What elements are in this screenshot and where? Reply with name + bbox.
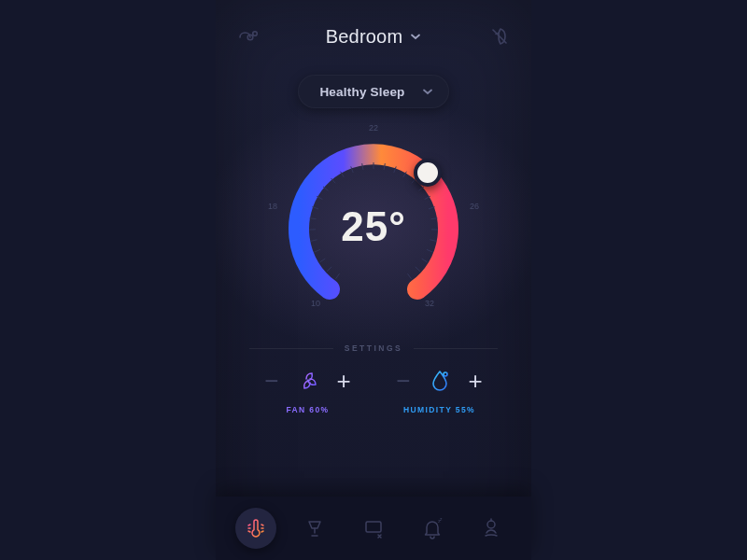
nav-alarm[interactable]: z z	[412, 508, 453, 549]
svg-point-32	[444, 372, 447, 376]
mode-selector[interactable]: Healthy Sleep	[298, 75, 448, 108]
thermostat-screen: Bedroom Healthy Sleep	[216, 0, 531, 560]
humidity-minus-button[interactable]: −	[396, 369, 410, 393]
temperature-dial[interactable]: 25° 10 18 22 26 32	[275, 129, 472, 325]
nav-display[interactable]	[353, 508, 394, 549]
header: Bedroom	[216, 17, 531, 56]
humidity-icon	[428, 369, 452, 393]
fan-plus-button[interactable]: +	[337, 369, 351, 393]
mute-icon[interactable]	[488, 25, 511, 48]
nav-scene[interactable]	[471, 508, 512, 549]
humidity-setting: − + HUMIDITY	[384, 366, 496, 414]
scale-label-10: 10	[311, 299, 320, 308]
humidity-label: HUMIDITY 55%	[403, 405, 475, 414]
temperature-readout: 25°	[275, 129, 472, 325]
fan-setting: −	[252, 366, 364, 414]
nav-temperature[interactable]	[235, 508, 276, 549]
svg-text:z: z	[440, 517, 443, 522]
humidity-plus-button[interactable]: +	[469, 369, 483, 393]
scale-label-18: 18	[268, 202, 277, 211]
scale-label-26: 26	[470, 202, 479, 211]
svg-point-31	[306, 380, 309, 383]
room-selector[interactable]: Bedroom	[326, 26, 422, 48]
settings-title: SETTINGS	[345, 343, 403, 353]
chevron-down-icon	[410, 31, 421, 42]
fan-minus-button[interactable]: −	[264, 369, 278, 393]
scale-label-32: 32	[425, 299, 434, 308]
temperature-value: 25°	[341, 203, 406, 250]
bottom-nav: z z	[216, 497, 531, 560]
chevron-down-icon	[422, 86, 433, 97]
fan-label: FAN 60%	[286, 405, 329, 414]
room-label: Bedroom	[326, 26, 403, 48]
scale-label-22: 22	[369, 123, 378, 133]
fan-icon	[296, 369, 320, 393]
mode-label: Healthy Sleep	[319, 85, 404, 99]
svg-point-36	[487, 521, 495, 528]
devices-icon[interactable]	[236, 25, 259, 48]
nav-lighting[interactable]	[294, 508, 335, 549]
svg-rect-33	[366, 522, 381, 532]
settings-divider: SETTINGS	[216, 343, 531, 353]
